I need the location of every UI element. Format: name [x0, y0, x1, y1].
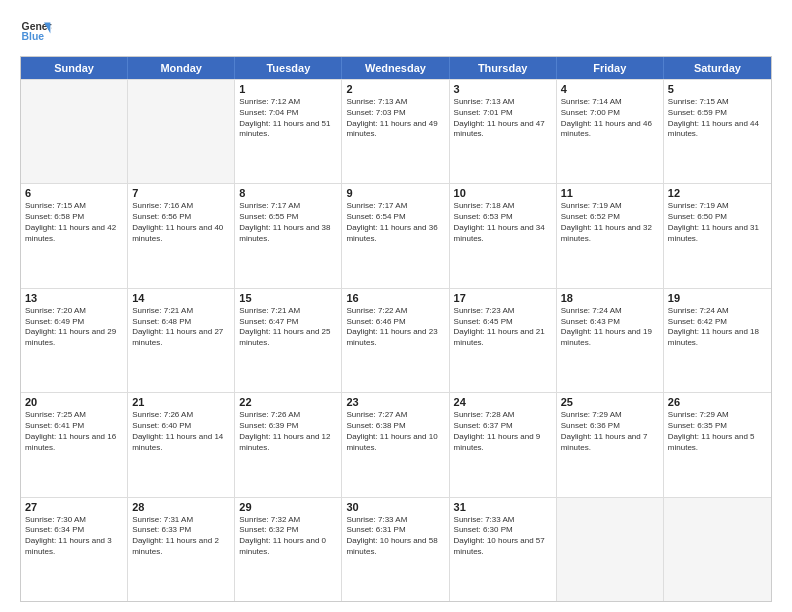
day-info: Sunrise: 7:19 AM Sunset: 6:50 PM Dayligh… — [668, 201, 767, 244]
day-number: 17 — [454, 292, 552, 304]
calendar-cell: 23Sunrise: 7:27 AM Sunset: 6:38 PM Dayli… — [342, 393, 449, 496]
calendar-cell: 14Sunrise: 7:21 AM Sunset: 6:48 PM Dayli… — [128, 289, 235, 392]
calendar-cell: 25Sunrise: 7:29 AM Sunset: 6:36 PM Dayli… — [557, 393, 664, 496]
day-info: Sunrise: 7:17 AM Sunset: 6:55 PM Dayligh… — [239, 201, 337, 244]
day-info: Sunrise: 7:30 AM Sunset: 6:34 PM Dayligh… — [25, 515, 123, 558]
day-info: Sunrise: 7:24 AM Sunset: 6:43 PM Dayligh… — [561, 306, 659, 349]
day-info: Sunrise: 7:25 AM Sunset: 6:41 PM Dayligh… — [25, 410, 123, 453]
day-number: 29 — [239, 501, 337, 513]
day-number: 25 — [561, 396, 659, 408]
day-info: Sunrise: 7:27 AM Sunset: 6:38 PM Dayligh… — [346, 410, 444, 453]
day-info: Sunrise: 7:16 AM Sunset: 6:56 PM Dayligh… — [132, 201, 230, 244]
header: General Blue — [20, 16, 772, 48]
calendar-cell: 16Sunrise: 7:22 AM Sunset: 6:46 PM Dayli… — [342, 289, 449, 392]
calendar-cell: 21Sunrise: 7:26 AM Sunset: 6:40 PM Dayli… — [128, 393, 235, 496]
day-info: Sunrise: 7:28 AM Sunset: 6:37 PM Dayligh… — [454, 410, 552, 453]
day-info: Sunrise: 7:26 AM Sunset: 6:39 PM Dayligh… — [239, 410, 337, 453]
calendar-cell: 5Sunrise: 7:15 AM Sunset: 6:59 PM Daylig… — [664, 80, 771, 183]
day-info: Sunrise: 7:19 AM Sunset: 6:52 PM Dayligh… — [561, 201, 659, 244]
day-info: Sunrise: 7:13 AM Sunset: 7:03 PM Dayligh… — [346, 97, 444, 140]
day-info: Sunrise: 7:21 AM Sunset: 6:48 PM Dayligh… — [132, 306, 230, 349]
day-info: Sunrise: 7:23 AM Sunset: 6:45 PM Dayligh… — [454, 306, 552, 349]
calendar-row: 20Sunrise: 7:25 AM Sunset: 6:41 PM Dayli… — [21, 392, 771, 496]
day-number: 12 — [668, 187, 767, 199]
calendar-cell: 8Sunrise: 7:17 AM Sunset: 6:55 PM Daylig… — [235, 184, 342, 287]
day-info: Sunrise: 7:18 AM Sunset: 6:53 PM Dayligh… — [454, 201, 552, 244]
calendar-cell: 29Sunrise: 7:32 AM Sunset: 6:32 PM Dayli… — [235, 498, 342, 601]
day-info: Sunrise: 7:26 AM Sunset: 6:40 PM Dayligh… — [132, 410, 230, 453]
calendar-cell: 26Sunrise: 7:29 AM Sunset: 6:35 PM Dayli… — [664, 393, 771, 496]
calendar-cell: 22Sunrise: 7:26 AM Sunset: 6:39 PM Dayli… — [235, 393, 342, 496]
page: General Blue SundayMondayTuesdayWednesda… — [0, 0, 792, 612]
day-number: 19 — [668, 292, 767, 304]
calendar-cell — [557, 498, 664, 601]
day-info: Sunrise: 7:14 AM Sunset: 7:00 PM Dayligh… — [561, 97, 659, 140]
calendar-cell: 2Sunrise: 7:13 AM Sunset: 7:03 PM Daylig… — [342, 80, 449, 183]
day-info: Sunrise: 7:31 AM Sunset: 6:33 PM Dayligh… — [132, 515, 230, 558]
calendar-cell: 3Sunrise: 7:13 AM Sunset: 7:01 PM Daylig… — [450, 80, 557, 183]
calendar-body: 1Sunrise: 7:12 AM Sunset: 7:04 PM Daylig… — [21, 79, 771, 601]
calendar-row: 1Sunrise: 7:12 AM Sunset: 7:04 PM Daylig… — [21, 79, 771, 183]
day-number: 7 — [132, 187, 230, 199]
calendar-row: 6Sunrise: 7:15 AM Sunset: 6:58 PM Daylig… — [21, 183, 771, 287]
day-info: Sunrise: 7:33 AM Sunset: 6:30 PM Dayligh… — [454, 515, 552, 558]
calendar-header-day: Saturday — [664, 57, 771, 79]
calendar-cell: 6Sunrise: 7:15 AM Sunset: 6:58 PM Daylig… — [21, 184, 128, 287]
day-info: Sunrise: 7:24 AM Sunset: 6:42 PM Dayligh… — [668, 306, 767, 349]
calendar-cell: 17Sunrise: 7:23 AM Sunset: 6:45 PM Dayli… — [450, 289, 557, 392]
calendar-cell: 9Sunrise: 7:17 AM Sunset: 6:54 PM Daylig… — [342, 184, 449, 287]
calendar-cell: 11Sunrise: 7:19 AM Sunset: 6:52 PM Dayli… — [557, 184, 664, 287]
calendar-cell: 1Sunrise: 7:12 AM Sunset: 7:04 PM Daylig… — [235, 80, 342, 183]
calendar-header-day: Tuesday — [235, 57, 342, 79]
calendar-row: 13Sunrise: 7:20 AM Sunset: 6:49 PM Dayli… — [21, 288, 771, 392]
day-info: Sunrise: 7:15 AM Sunset: 6:58 PM Dayligh… — [25, 201, 123, 244]
logo: General Blue — [20, 16, 52, 48]
calendar-cell — [664, 498, 771, 601]
calendar-cell: 15Sunrise: 7:21 AM Sunset: 6:47 PM Dayli… — [235, 289, 342, 392]
day-number: 4 — [561, 83, 659, 95]
calendar: SundayMondayTuesdayWednesdayThursdayFrid… — [20, 56, 772, 602]
day-number: 26 — [668, 396, 767, 408]
day-number: 24 — [454, 396, 552, 408]
day-number: 9 — [346, 187, 444, 199]
calendar-header-day: Wednesday — [342, 57, 449, 79]
day-number: 15 — [239, 292, 337, 304]
calendar-cell — [21, 80, 128, 183]
day-number: 2 — [346, 83, 444, 95]
calendar-cell: 18Sunrise: 7:24 AM Sunset: 6:43 PM Dayli… — [557, 289, 664, 392]
day-info: Sunrise: 7:13 AM Sunset: 7:01 PM Dayligh… — [454, 97, 552, 140]
day-info: Sunrise: 7:17 AM Sunset: 6:54 PM Dayligh… — [346, 201, 444, 244]
day-number: 3 — [454, 83, 552, 95]
day-number: 31 — [454, 501, 552, 513]
day-number: 11 — [561, 187, 659, 199]
day-number: 14 — [132, 292, 230, 304]
calendar-cell: 10Sunrise: 7:18 AM Sunset: 6:53 PM Dayli… — [450, 184, 557, 287]
calendar-cell: 28Sunrise: 7:31 AM Sunset: 6:33 PM Dayli… — [128, 498, 235, 601]
calendar-cell: 13Sunrise: 7:20 AM Sunset: 6:49 PM Dayli… — [21, 289, 128, 392]
day-info: Sunrise: 7:29 AM Sunset: 6:35 PM Dayligh… — [668, 410, 767, 453]
calendar-row: 27Sunrise: 7:30 AM Sunset: 6:34 PM Dayli… — [21, 497, 771, 601]
day-info: Sunrise: 7:20 AM Sunset: 6:49 PM Dayligh… — [25, 306, 123, 349]
day-info: Sunrise: 7:21 AM Sunset: 6:47 PM Dayligh… — [239, 306, 337, 349]
calendar-cell: 24Sunrise: 7:28 AM Sunset: 6:37 PM Dayli… — [450, 393, 557, 496]
day-info: Sunrise: 7:15 AM Sunset: 6:59 PM Dayligh… — [668, 97, 767, 140]
day-number: 5 — [668, 83, 767, 95]
calendar-cell: 20Sunrise: 7:25 AM Sunset: 6:41 PM Dayli… — [21, 393, 128, 496]
day-number: 13 — [25, 292, 123, 304]
logo-icon: General Blue — [20, 16, 52, 48]
calendar-cell: 19Sunrise: 7:24 AM Sunset: 6:42 PM Dayli… — [664, 289, 771, 392]
day-info: Sunrise: 7:32 AM Sunset: 6:32 PM Dayligh… — [239, 515, 337, 558]
day-info: Sunrise: 7:29 AM Sunset: 6:36 PM Dayligh… — [561, 410, 659, 453]
calendar-cell: 12Sunrise: 7:19 AM Sunset: 6:50 PM Dayli… — [664, 184, 771, 287]
day-number: 16 — [346, 292, 444, 304]
day-number: 22 — [239, 396, 337, 408]
calendar-cell: 7Sunrise: 7:16 AM Sunset: 6:56 PM Daylig… — [128, 184, 235, 287]
day-number: 23 — [346, 396, 444, 408]
calendar-header-day: Monday — [128, 57, 235, 79]
day-number: 28 — [132, 501, 230, 513]
day-number: 8 — [239, 187, 337, 199]
day-number: 6 — [25, 187, 123, 199]
calendar-header: SundayMondayTuesdayWednesdayThursdayFrid… — [21, 57, 771, 79]
day-number: 20 — [25, 396, 123, 408]
day-number: 21 — [132, 396, 230, 408]
